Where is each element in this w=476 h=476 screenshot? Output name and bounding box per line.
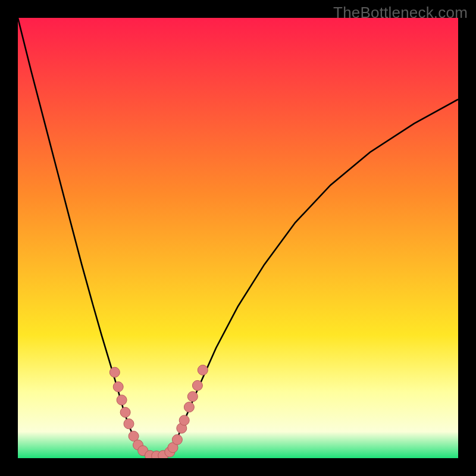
data-marker: [113, 382, 123, 392]
data-marker: [124, 419, 134, 429]
curve-layer: [18, 18, 458, 458]
data-marker: [187, 392, 198, 402]
data-marker: [109, 367, 120, 377]
data-marker: [120, 408, 130, 418]
data-marker: [172, 434, 182, 444]
bottleneck-curve: [18, 18, 458, 456]
data-marker: [192, 380, 202, 390]
data-marker: [184, 402, 194, 412]
plot-area: [18, 18, 458, 458]
data-marker: [198, 365, 208, 375]
data-marker: [117, 395, 127, 405]
chart-frame: TheBottleneck.com: [0, 0, 476, 476]
data-marker: [179, 415, 189, 425]
marker-group: [109, 365, 208, 459]
